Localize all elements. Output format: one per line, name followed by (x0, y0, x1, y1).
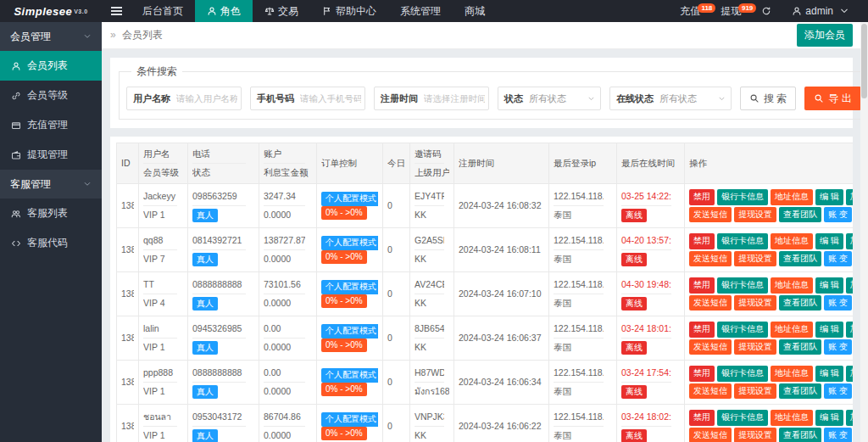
action-address-info-button[interactable]: 地址信息 (771, 277, 813, 294)
action-bank-info-button[interactable]: 银行卡信息 (717, 189, 768, 205)
action-withdraw-setting-button[interactable]: 提现设置 (734, 428, 776, 442)
action-view-team-button[interactable]: 查看团队 (779, 383, 821, 400)
action-adjust-funds-button[interactable]: 加扣款 (846, 322, 853, 338)
action-send-sms-button[interactable]: 发送短信 (689, 295, 732, 311)
action-send-sms-button[interactable]: 发送短信 (689, 383, 732, 400)
action-address-info-button[interactable]: 地址信息 (771, 410, 813, 426)
sidebar-item-withdraw-manage[interactable]: 提现管理 (0, 140, 102, 170)
action-view-team-button[interactable]: 查看团队 (779, 428, 821, 442)
search-icon (749, 93, 760, 104)
search-select-status[interactable]: 所有状态 (529, 92, 600, 105)
action-disable-button[interactable]: 禁用 (689, 322, 715, 338)
refresh-button[interactable] (751, 6, 782, 16)
cell-line: 13882 (121, 243, 134, 256)
search-input-username[interactable] (176, 93, 241, 104)
topnav-item-trade[interactable]: 交易 (253, 0, 310, 22)
cell-line: 0.0000 (264, 385, 312, 398)
action-account-change-button[interactable]: 账 变 (824, 207, 852, 223)
sidebar-section-label: 客服管理 (10, 177, 51, 192)
action-send-sms-button[interactable]: 发送短信 (689, 339, 732, 355)
action-account-change-button[interactable]: 账 变 (824, 383, 852, 400)
action-adjust-funds-button[interactable]: 加扣款 (846, 366, 853, 382)
action-adjust-funds-button[interactable]: 加扣款 (846, 233, 853, 249)
action-view-team-button[interactable]: 查看团队 (779, 339, 821, 355)
sidebar: 会员管理会员列表会员等级充值管理提现管理客服管理客服列表客服代码 (0, 22, 102, 442)
topnav-item-mall[interactable]: 商城 (453, 0, 497, 22)
action-send-sms-button[interactable]: 发送短信 (689, 428, 732, 442)
sidebar-item-service-code[interactable]: 客服代码 (0, 228, 102, 258)
action-adjust-funds-button[interactable]: 加扣款 (846, 277, 853, 294)
cell-line: 个人配置模式 (321, 280, 378, 294)
real-person-badge: 真人 (192, 209, 218, 223)
action-account-change-button[interactable]: 账 变 (824, 339, 852, 355)
action-disable-button[interactable]: 禁用 (689, 277, 715, 294)
action-view-team-button[interactable]: 查看团队 (779, 251, 821, 267)
search-select-online-status[interactable]: 所有状态 (659, 92, 731, 105)
real-person-badge: 真人 (192, 429, 218, 442)
action-address-info-button[interactable]: 地址信息 (771, 233, 813, 249)
action-bank-info-button[interactable]: 银行卡信息 (717, 277, 768, 294)
column-header-online: 最后在线时间 (617, 143, 685, 184)
withdraw-link[interactable]: 提现 919 (710, 4, 751, 19)
action-adjust-funds-button[interactable]: 加扣款 (846, 410, 853, 426)
action-send-sms-button[interactable]: 发送短信 (689, 251, 732, 267)
sidebar-section-service-manage[interactable]: 客服管理 (0, 170, 102, 199)
topnav-item-home[interactable]: 后台首页 (131, 0, 195, 22)
action-disable-button[interactable]: 禁用 (689, 233, 715, 249)
action-account-change-button[interactable]: 账 变 (824, 295, 852, 311)
action-withdraw-setting-button[interactable]: 提现设置 (734, 383, 776, 400)
action-account-change-button[interactable]: 账 变 (824, 251, 852, 267)
action-disable-button[interactable]: 禁用 (689, 366, 715, 382)
action-bank-info-button[interactable]: 银行卡信息 (717, 366, 768, 382)
topnav-item-help[interactable]: 帮助中心 (310, 0, 388, 22)
admin-menu[interactable]: admin (782, 5, 860, 17)
action-withdraw-setting-button[interactable]: 提现设置 (734, 295, 776, 311)
action-withdraw-setting-button[interactable]: 提现设置 (734, 251, 776, 267)
action-edit-button[interactable]: 编 辑 (815, 277, 843, 294)
topnav-item-role[interactable]: 角色 (195, 0, 253, 22)
action-bank-info-button[interactable]: 银行卡信息 (717, 233, 768, 249)
action-edit-button[interactable]: 编 辑 (815, 410, 843, 426)
sidebar-item-member-level[interactable]: 会员等级 (0, 81, 102, 110)
sidebar-item-service-list[interactable]: 客服列表 (0, 199, 102, 228)
chevron-down-icon (83, 180, 92, 188)
action-account-change-button[interactable]: 账 变 (824, 428, 852, 442)
action-view-team-button[interactable]: 查看团队 (779, 207, 821, 223)
column-header-ops: 操作 (685, 143, 854, 184)
export-button[interactable]: 导 出 (804, 87, 860, 110)
search-button[interactable]: 搜 索 (740, 87, 796, 110)
scrollbar-thumb[interactable] (861, 24, 867, 98)
search-input-phone[interactable] (300, 93, 364, 104)
cell-line: 0% - >0% (321, 294, 378, 309)
sidebar-item-recharge-manage[interactable]: 充值管理 (0, 110, 102, 140)
action-disable-button[interactable]: 禁用 (689, 410, 715, 426)
action-view-team-button[interactable]: 查看团队 (779, 295, 821, 311)
action-edit-button[interactable]: 编 辑 (815, 322, 843, 338)
action-edit-button[interactable]: 编 辑 (815, 189, 843, 205)
action-edit-button[interactable]: 编 辑 (815, 233, 843, 249)
chevron-down-icon (587, 95, 595, 103)
column-header-account: 账户利息宝金额 (259, 143, 317, 184)
action-bank-info-button[interactable]: 银行卡信息 (717, 322, 768, 338)
action-address-info-button[interactable]: 地址信息 (771, 322, 813, 338)
action-adjust-funds-button[interactable]: 加扣款 (846, 189, 853, 205)
action-disable-button[interactable]: 禁用 (689, 189, 715, 205)
action-send-sms-button[interactable]: 发送短信 (689, 207, 732, 223)
cell-ip: 122.154.118.34泰国 (549, 316, 617, 361)
action-edit-button[interactable]: 编 辑 (815, 366, 843, 382)
search-input-regtime[interactable] (424, 93, 488, 104)
action-bank-info-button[interactable]: 银行卡信息 (717, 410, 768, 426)
cell-regtime: 2024-03-24 16:06:34 (454, 361, 549, 405)
column-header-ip: 最后登录ip (549, 143, 617, 184)
action-withdraw-setting-button[interactable]: 提现设置 (734, 207, 776, 223)
action-address-info-button[interactable]: 地址信息 (771, 189, 813, 205)
add-member-button[interactable]: 添加会员 (797, 24, 853, 47)
sidebar-section-member-manage[interactable]: 会员管理 (0, 22, 102, 51)
menu-toggle-icon[interactable] (102, 0, 131, 22)
page-scrollbar[interactable] (860, 22, 868, 442)
recharge-link[interactable]: 充值 118 (670, 4, 710, 19)
action-withdraw-setting-button[interactable]: 提现设置 (734, 339, 776, 355)
topnav-item-system[interactable]: 系统管理 (388, 0, 453, 22)
action-address-info-button[interactable]: 地址信息 (771, 366, 813, 382)
sidebar-item-member-list[interactable]: 会员列表 (0, 51, 102, 81)
